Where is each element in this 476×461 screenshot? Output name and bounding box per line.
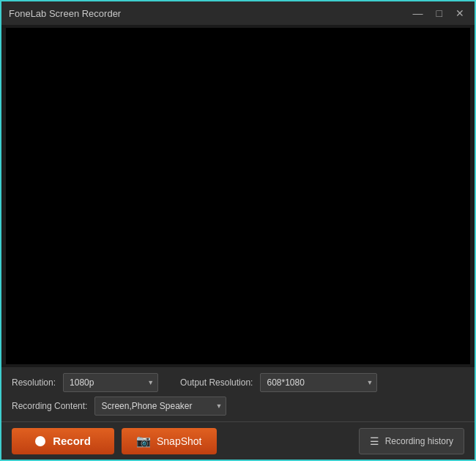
title-bar: FoneLab Screen Recorder — □ ✕: [1, 1, 475, 25]
camera-icon: 📷: [136, 434, 151, 448]
title-bar-controls: — □ ✕: [410, 7, 467, 20]
resolution-select-wrapper: 720p 1080p 1440p 4K: [63, 373, 158, 392]
history-label: Recording history: [385, 436, 453, 446]
controls-row-2: Recording Content: Screen,Phone Speaker …: [12, 397, 464, 416]
preview-area: [6, 28, 470, 364]
app-window: FoneLab Screen Recorder — □ ✕ Resolution…: [0, 0, 476, 461]
content-label: Recording Content:: [12, 401, 87, 411]
controls-bar: Resolution: 720p 1080p 1440p 4K Output R…: [1, 367, 475, 421]
minimize-button[interactable]: —: [410, 7, 426, 20]
resolution-label: Resolution:: [12, 377, 56, 388]
record-dot-icon: [35, 436, 45, 446]
controls-row-1: Resolution: 720p 1080p 1440p 4K Output R…: [12, 373, 464, 392]
close-button[interactable]: ✕: [453, 7, 467, 20]
history-icon: ☰: [370, 435, 379, 447]
bottom-bar: Record 📷 SnapShot ☰ Recording history: [1, 421, 475, 460]
output-select-wrapper: 608*1080 1280*720 1920*1080: [260, 373, 377, 392]
record-label: Record: [53, 435, 91, 447]
buttons-left: Record 📷 SnapShot: [12, 428, 217, 454]
content-select[interactable]: Screen,Phone Speaker Screen Only Phone S…: [94, 397, 226, 416]
resolution-select[interactable]: 720p 1080p 1440p 4K: [63, 373, 158, 392]
history-button[interactable]: ☰ Recording history: [359, 428, 464, 454]
content-select-wrapper: Screen,Phone Speaker Screen Only Phone S…: [94, 397, 226, 416]
app-title: FoneLab Screen Recorder: [9, 8, 121, 19]
maximize-button[interactable]: □: [434, 7, 445, 20]
output-label: Output Resolution:: [180, 377, 253, 388]
output-select[interactable]: 608*1080 1280*720 1920*1080: [260, 373, 377, 392]
snapshot-label: SnapShot: [157, 435, 202, 447]
record-button[interactable]: Record: [12, 428, 114, 454]
snapshot-button[interactable]: 📷 SnapShot: [122, 428, 217, 454]
